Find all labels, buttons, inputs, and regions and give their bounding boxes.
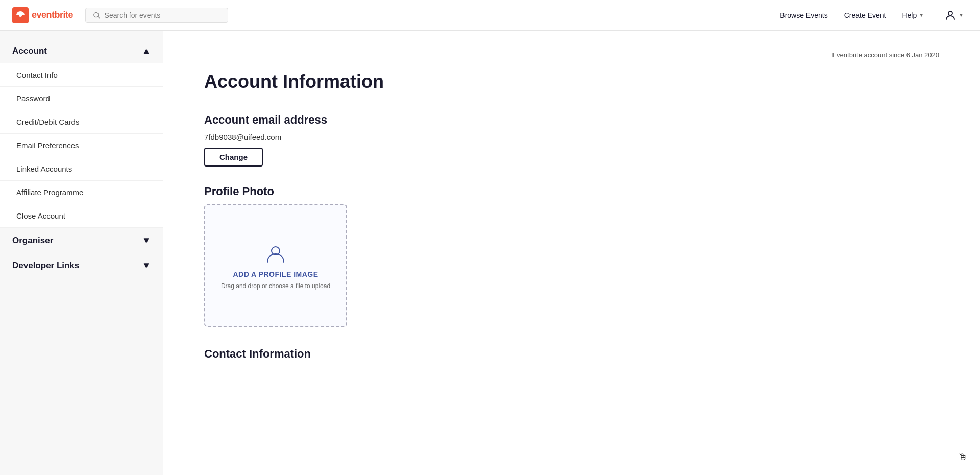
sidebar-organiser-label: Organiser [12, 235, 53, 246]
search-icon [93, 11, 101, 19]
page-title-divider [204, 97, 939, 97]
email-section: Account email address 7fdb9038@uifeed.co… [204, 113, 939, 185]
upload-hint: Drag and drop or choose a file to upload [213, 282, 338, 290]
search-input[interactable] [105, 11, 220, 19]
sidebar-organiser-header[interactable]: Organiser ▼ [0, 228, 163, 253]
logo[interactable]: eventbrite [12, 7, 73, 23]
sidebar: Account ▲ Contact Info Password Credit/D… [0, 31, 163, 475]
sidebar-item-email-preferences[interactable]: Email Preferences [0, 134, 163, 157]
user-chevron-icon: ▼ [959, 12, 964, 18]
header-nav: Browse Events Create Event Help ▼ ▼ [780, 7, 968, 23]
upload-label: ADD A PROFILE IMAGE [233, 270, 318, 278]
profile-photo-section: Profile Photo ADD A PROFILE IMAGE Drag a… [204, 185, 939, 327]
developer-chevron-icon: ▼ [142, 260, 151, 271]
user-menu-button[interactable]: ▼ [940, 7, 968, 23]
profile-photo-heading: Profile Photo [204, 185, 939, 198]
help-chevron-icon: ▼ [919, 12, 924, 18]
contact-info-heading: Contact Information [204, 347, 939, 361]
sidebar-item-password[interactable]: Password [0, 87, 163, 110]
sidebar-section-account: Account ▲ Contact Info Password Credit/D… [0, 39, 163, 228]
sidebar-account-label: Account [12, 46, 47, 56]
contact-info-section: Contact Information [204, 347, 939, 361]
sidebar-account-header[interactable]: Account ▲ [0, 39, 163, 63]
sidebar-item-affiliate-programme[interactable]: Affiliate Programme [0, 181, 163, 204]
svg-line-3 [98, 16, 100, 18]
profile-placeholder-icon [263, 242, 288, 266]
sidebar-item-close-account[interactable]: Close Account [0, 204, 163, 228]
change-email-button[interactable]: Change [204, 148, 263, 167]
sidebar-item-credit-debit-cards[interactable]: Credit/Debit Cards [0, 110, 163, 134]
photo-upload-box[interactable]: ADD A PROFILE IMAGE Drag and drop or cho… [204, 204, 347, 327]
page-title: Account Information [204, 71, 939, 92]
user-icon [944, 9, 957, 21]
sidebar-item-contact-info[interactable]: Contact Info [0, 63, 163, 87]
logo-icon [12, 7, 29, 23]
email-address-value: 7fdb9038@uifeed.com [204, 133, 939, 141]
svg-point-1 [19, 14, 22, 17]
account-since: Eventbrite account since 6 Jan 2020 [204, 51, 939, 59]
main-content: Eventbrite account since 6 Jan 2020 Acco… [163, 31, 980, 475]
page-layout: Account ▲ Contact Info Password Credit/D… [0, 31, 980, 475]
email-section-heading: Account email address [204, 113, 939, 127]
organiser-chevron-icon: ▼ [142, 235, 151, 246]
sidebar-item-linked-accounts[interactable]: Linked Accounts [0, 157, 163, 181]
search-bar[interactable] [85, 8, 228, 23]
sidebar-section-organiser: Organiser ▼ [0, 228, 163, 253]
create-event-link[interactable]: Create Event [844, 11, 886, 19]
logo-text: eventbrite [32, 10, 73, 20]
sidebar-section-developer: Developer Links ▼ [0, 253, 163, 278]
header: eventbrite Browse Events Create Event He… [0, 0, 980, 31]
account-chevron-icon: ▲ [142, 46, 151, 56]
sidebar-developer-header[interactable]: Developer Links ▼ [0, 253, 163, 278]
sidebar-developer-label: Developer Links [12, 260, 79, 271]
svg-point-4 [948, 11, 952, 15]
help-link[interactable]: Help ▼ [902, 11, 924, 19]
browse-events-link[interactable]: Browse Events [780, 11, 827, 19]
